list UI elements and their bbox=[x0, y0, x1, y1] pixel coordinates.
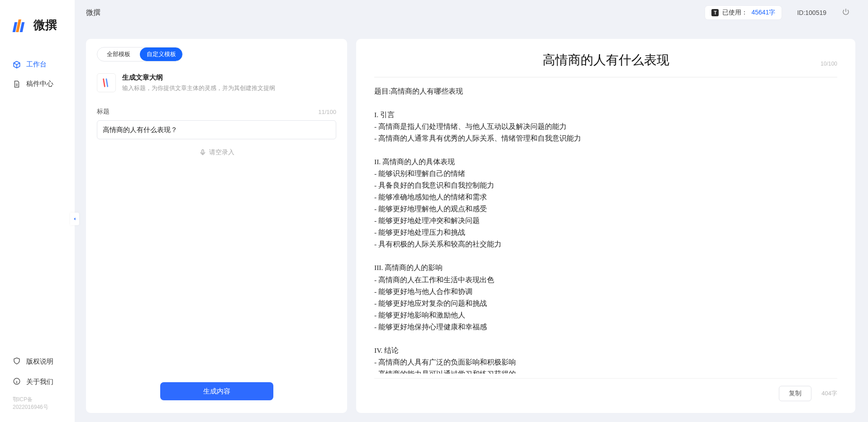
text-badge-icon: T bbox=[711, 9, 719, 16]
sidebar: 微撰 工作台 稿件中心 版权说明 关于我们 鄂ICP备 bbox=[0, 0, 75, 422]
info-icon bbox=[13, 377, 21, 387]
template-tabs: 全部模板 自定义模板 bbox=[97, 47, 183, 62]
topbar: 微撰 T 已使用： 45641字 ID:100519 bbox=[75, 0, 868, 25]
right-panel: 高情商的人有什么表现 10/100 题目:高情商的人有哪些表现 I. 引言 - … bbox=[356, 39, 855, 413]
result-body[interactable]: 题目:高情商的人有哪些表现 I. 引言 - 高情商是指人们处理情绪、与他人互动以… bbox=[374, 85, 837, 374]
sidebar-item-label: 版权说明 bbox=[26, 357, 53, 366]
shield-icon bbox=[13, 357, 21, 366]
field-count: 11/100 bbox=[318, 109, 336, 115]
copy-label: 复制 bbox=[789, 389, 801, 397]
voice-input-row[interactable]: 请空录入 bbox=[97, 148, 336, 156]
copy-button[interactable]: 复制 bbox=[779, 386, 811, 401]
field-label: 标题 bbox=[97, 108, 110, 116]
left-panel: 全部模板 自定义模板 生成文章大纲 输入标题，为你提供文章主体的灵感，并为其创建… bbox=[86, 39, 347, 413]
app-logo: 微撰 bbox=[0, 17, 75, 33]
template-thumb-icon bbox=[97, 73, 116, 92]
sidebar-item-label: 稿件中心 bbox=[26, 80, 53, 88]
svg-rect-1 bbox=[202, 150, 204, 153]
main: 全部模板 自定义模板 生成文章大纲 输入标题，为你提供文章主体的灵感，并为其创建… bbox=[75, 25, 868, 422]
tab-all-templates[interactable]: 全部模板 bbox=[97, 47, 140, 61]
tab-custom-templates[interactable]: 自定义模板 bbox=[140, 47, 182, 61]
result-char-count: 404字 bbox=[821, 389, 837, 398]
usage-pill[interactable]: T 已使用： 45641字 bbox=[705, 6, 782, 19]
power-icon[interactable] bbox=[842, 8, 850, 18]
cube-icon bbox=[13, 61, 21, 69]
draft-icon bbox=[13, 80, 21, 88]
template-meta: 生成文章大纲 输入标题，为你提供文章主体的灵感，并为其创建推文提纲 bbox=[122, 73, 275, 92]
title-field-block: 标题 11/100 bbox=[97, 108, 336, 139]
sidebar-item-copyright[interactable]: 版权说明 bbox=[0, 352, 75, 371]
title-input[interactable] bbox=[97, 120, 336, 139]
voice-label: 请空录入 bbox=[209, 148, 234, 156]
page-title: 微撰 bbox=[86, 8, 100, 18]
result-title: 高情商的人有什么表现 bbox=[374, 49, 837, 74]
logo-icon bbox=[14, 19, 30, 32]
generate-button[interactable]: 生成内容 bbox=[160, 382, 273, 400]
template-subtitle: 输入标题，为你提供文章主体的灵感，并为其创建推文提纲 bbox=[122, 85, 275, 92]
sidebar-item-drafts[interactable]: 稿件中心 bbox=[0, 75, 75, 93]
sidebar-item-label: 关于我们 bbox=[26, 378, 53, 386]
template-title: 生成文章大纲 bbox=[122, 73, 275, 82]
tab-label: 自定义模板 bbox=[147, 50, 176, 58]
user-id: ID:100519 bbox=[797, 9, 826, 16]
icp-text: 鄂ICP备2022016946号 bbox=[0, 393, 75, 417]
divider bbox=[374, 77, 837, 77]
template-card: 生成文章大纲 输入标题，为你提供文章主体的灵感，并为其创建推文提纲 bbox=[97, 73, 336, 92]
topbar-right: T 已使用： 45641字 ID:100519 bbox=[705, 6, 850, 19]
result-title-count: 10/100 bbox=[820, 61, 837, 67]
result-footer: 复制 404字 bbox=[374, 378, 837, 401]
tab-label: 全部模板 bbox=[107, 50, 130, 58]
sidebar-item-label: 工作台 bbox=[26, 60, 47, 69]
usage-label: 已使用： bbox=[722, 9, 748, 17]
logo-text: 微撰 bbox=[33, 17, 57, 33]
usage-count: 45641字 bbox=[751, 9, 775, 17]
generate-label: 生成内容 bbox=[203, 387, 230, 395]
sidebar-bottom: 版权说明 关于我们 鄂ICP备2022016946号 bbox=[0, 352, 75, 422]
mic-icon bbox=[199, 149, 206, 156]
sidebar-item-about[interactable]: 关于我们 bbox=[0, 373, 75, 391]
sidebar-item-workbench[interactable]: 工作台 bbox=[0, 56, 75, 73]
sidebar-nav: 工作台 稿件中心 bbox=[0, 56, 75, 93]
